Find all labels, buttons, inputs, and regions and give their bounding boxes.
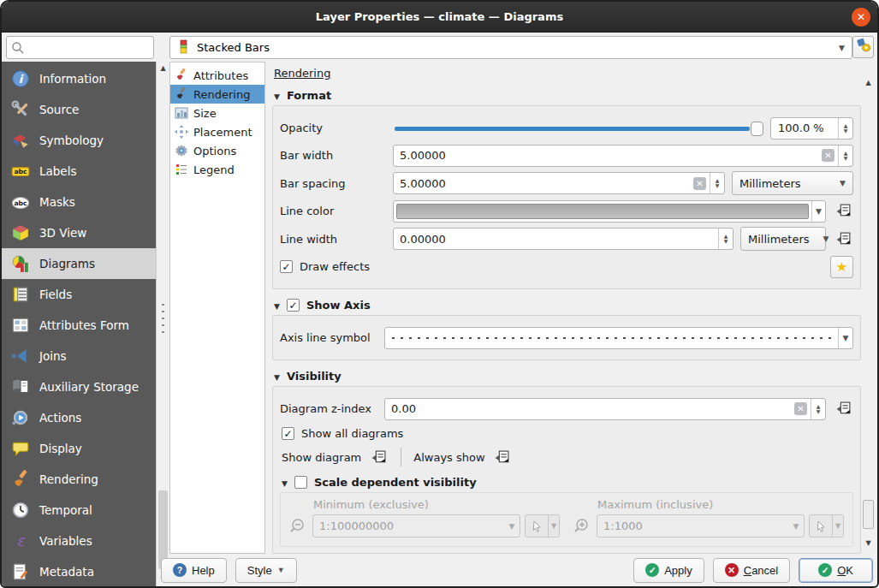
ok-button[interactable]: ✓ OK [799,558,873,583]
chevron-down-icon[interactable]: ▼ [832,515,843,537]
sidebar-item-label: Labels [39,164,76,178]
clear-icon[interactable]: ✕ [822,149,834,162]
tab-placement[interactable]: Placement [170,122,264,141]
sidebar-item-symbology[interactable]: Symbology [2,125,156,156]
auto-placement-settings-button[interactable] [852,36,874,58]
sidebar-item-labels[interactable]: abc Labels [2,156,156,187]
apply-button[interactable]: ✓ Apply [633,558,704,583]
spinner[interactable] [811,399,825,419]
sidebar-item-diagrams[interactable]: Diagrams [2,248,156,279]
chevron-down-icon[interactable]: ▼ [548,515,559,537]
data-defined-override-button[interactable] [492,447,513,467]
tab-size[interactable]: Size [170,104,264,122]
draw-effects-checkbox[interactable] [280,260,293,273]
titlebar[interactable]: Layer Properties — climate — Diagrams ✕ [2,2,877,33]
clear-icon[interactable]: ✕ [693,177,706,190]
sidebar-item-attributes-form[interactable]: Attributes Form [2,310,156,341]
main-scrollbar[interactable]: ▲ ▼ [862,77,875,549]
chevron-down-icon[interactable]: ▼ [838,328,852,348]
bar-width-input[interactable]: 5.00000 ✕ [393,145,853,167]
slider-track [395,127,750,131]
chevron-down-icon[interactable]: ▼ [811,201,825,222]
scroll-up-icon[interactable]: ▲ [157,62,169,74]
data-defined-override-button[interactable] [833,399,853,419]
sidebar-item-label: Metadata [39,565,94,579]
splitter-grip[interactable] [162,304,164,333]
opacity-spinbox[interactable]: 100.0 % [770,117,853,140]
collapse-arrow-icon[interactable] [274,299,280,312]
spinner[interactable] [838,118,852,139]
scale-dependent-header[interactable]: Scale dependent visibility [282,476,853,489]
customize-effects-button[interactable]: ★ [830,256,853,278]
spinner[interactable] [710,173,724,193]
sidebar-item-information[interactable]: i Information [2,63,156,94]
ok-label: OK [837,564,853,577]
slider-handle[interactable] [751,122,763,136]
sidebar-item-auxiliary-storage[interactable]: Auxiliary Storage [2,371,156,402]
sidebar-item-label: 3D View [39,226,86,240]
sidebar-item-display[interactable]: Display [2,433,156,464]
scroll-down-icon[interactable]: ▼ [862,538,875,549]
draw-effects-label: Draw effects [300,260,370,273]
labels-icon: abc [11,162,30,181]
line-color-button[interactable]: ▼ [393,200,826,223]
axis-line-symbol-button[interactable]: ▼ [384,327,853,349]
sidebar-item-rendering[interactable]: Rendering [2,464,156,495]
data-defined-override-button[interactable] [833,229,853,249]
collapse-arrow-icon[interactable] [282,476,288,489]
bar-spacing-unit-combo[interactable]: Millimeters ▼ [732,171,853,195]
sidebar-item-metadata[interactable]: Metadata [2,556,156,587]
spinner[interactable] [718,229,733,249]
clear-icon[interactable]: ✕ [794,402,807,415]
line-width-input[interactable]: 0.00000 [393,228,733,250]
visibility-group-header[interactable]: Visibility [274,370,861,383]
format-group-header[interactable]: Format [274,89,861,102]
style-button[interactable]: Style ▼ [235,558,297,583]
scrollbar-thumb[interactable] [863,500,874,529]
sidebar-item-actions[interactable]: Actions [2,402,156,433]
z-index-input[interactable]: 0.00 ✕ [384,398,826,420]
sidebar-item-fields[interactable]: Fields [2,279,156,310]
sidebar-scrollbar[interactable]: ▲ ▼ [156,62,169,586]
show-axis-group-header[interactable]: Show Axis [274,299,861,312]
visibility-group: Diagram z-index 0.00 ✕ Show all diagrams [272,386,861,554]
sidebar-item-source[interactable]: Source [2,94,156,125]
tab-attributes[interactable]: Attributes [170,66,264,85]
search-input[interactable] [29,38,151,57]
color-swatch [396,204,809,219]
sidebar-item-temporal[interactable]: Temporal [2,495,156,526]
bar-spacing-input[interactable]: 5.00000 ✕ [393,172,725,194]
minimum-scale-combo[interactable]: 1:100000000 ▼ [312,514,520,538]
close-icon[interactable]: ✕ [852,8,870,27]
show-all-diagrams-checkbox[interactable] [282,427,294,440]
3d-view-icon [11,223,30,242]
collapse-arrow-icon[interactable] [274,370,280,383]
scroll-up-icon[interactable]: ▲ [862,77,875,89]
line-width-unit-combo[interactable]: Millimeters ▼ [740,227,826,251]
set-to-map-canvas-button[interactable]: ▼ [525,514,560,538]
data-defined-override-button[interactable] [833,201,853,222]
spinner[interactable] [838,146,852,166]
help-button[interactable]: ? Help [161,558,227,583]
tab-rendering[interactable]: Rendering [170,85,264,104]
collapse-arrow-icon[interactable] [274,89,280,102]
size-icon [175,106,188,120]
data-defined-override-button[interactable] [368,447,389,467]
maximum-scale-combo[interactable]: 1:1000 ▼ [597,514,805,538]
sidebar-item-variables[interactable]: ε Variables [2,526,156,556]
sidebar-item-label: Display [39,442,82,455]
scale-dependent-checkbox[interactable] [294,476,307,489]
tab-legend[interactable]: Legend [170,160,264,179]
sidebar-item-masks[interactable]: abc Masks [2,187,156,217]
cancel-button[interactable]: ✕ Cancel [713,558,790,583]
show-axis-checkbox[interactable] [287,299,300,312]
bar-width-label: Bar width [280,149,393,162]
actions-icon [11,408,30,427]
diagram-type-combo[interactable]: Stacked Bars ▼ [169,36,852,59]
search-box [6,36,154,59]
tab-options[interactable]: Options [170,141,264,160]
opacity-slider[interactable] [393,117,763,140]
set-to-map-canvas-button[interactable]: ▼ [809,514,844,538]
sidebar-item-3d-view[interactable]: 3D View [2,217,156,248]
sidebar-item-joins[interactable]: Joins [2,341,156,371]
